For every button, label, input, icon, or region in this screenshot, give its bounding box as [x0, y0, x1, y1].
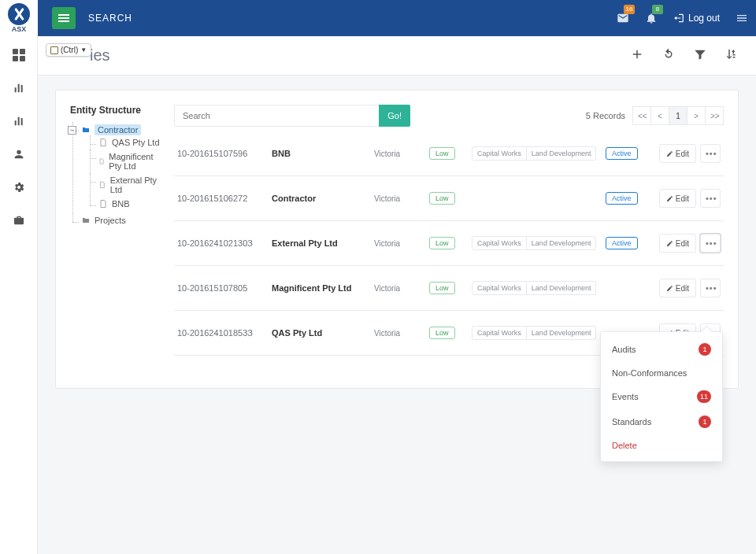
filter-button[interactable]	[693, 47, 707, 64]
refresh-button[interactable]	[662, 47, 676, 64]
table-row: 10-201615107596BNBVictoriaLowCapital Wor…	[174, 131, 724, 176]
file-icon	[98, 180, 106, 190]
brand-logo[interactable]: ASX	[0, 0, 38, 36]
tree-node[interactable]: QAS Pty Ltd	[98, 138, 160, 147]
tree-node-projects[interactable]: Projects	[81, 216, 160, 225]
tag[interactable]: Land Development	[527, 281, 597, 295]
more-button[interactable]: •••	[700, 234, 721, 253]
clipboard-icon	[50, 46, 58, 54]
risk-pill: Low	[429, 192, 455, 205]
entity-region: Victoria	[374, 329, 421, 338]
entity-region: Victoria	[374, 194, 421, 203]
status-badge: Active	[606, 147, 638, 160]
status-badge: Active	[606, 237, 638, 249]
entity-tags: Capital WorksLand Development	[472, 326, 598, 340]
entity-region: Victoria	[374, 284, 421, 293]
entity-id: 10-201624101853З	[177, 328, 264, 338]
menu-item[interactable]: Non-Conformances	[601, 362, 722, 384]
table-row: 10-201615107805Magnificent Pty LtdVictor…	[174, 266, 724, 311]
search-input[interactable]	[174, 105, 379, 127]
pencil-icon	[666, 195, 673, 202]
entity-tags: Capital WorksLand Development	[472, 146, 598, 161]
page-last[interactable]: >>	[705, 106, 724, 125]
entity-id: 10-201624102130З	[177, 238, 264, 248]
notifications-count-badge: 8	[652, 5, 663, 14]
more-button[interactable]: •••	[700, 144, 721, 163]
tag[interactable]: Capital Works	[472, 236, 527, 250]
tag[interactable]: Capital Works	[472, 326, 527, 340]
entity-name[interactable]: External Pty Ltd	[272, 238, 366, 248]
entity-id: 10-201615106272	[177, 194, 264, 203]
entity-tree: Entity Structure − Contractor QAS Pty Lt…	[70, 105, 160, 374]
tree-node-contractor[interactable]: Contractor	[81, 124, 160, 135]
content-area: Entity Structure − Contractor QAS Pty Lt…	[38, 76, 756, 554]
entity-name[interactable]: QAS Pty Ltd	[272, 328, 366, 338]
entity-name[interactable]: Magnificent Pty Ltd	[272, 283, 366, 293]
menu-item[interactable]: Audits1	[601, 337, 722, 362]
menu-item[interactable]: Events11	[601, 384, 722, 409]
entity-tags: Capital WorksLand Development	[472, 236, 598, 250]
page-next[interactable]: >	[687, 106, 706, 125]
top-bar: ASX SEARCH 16 8 Log out	[0, 0, 756, 36]
tree-node[interactable]: External Pty Ltd	[98, 175, 160, 194]
messages-count-badge: 16	[624, 5, 635, 14]
page-first[interactable]: <<	[632, 106, 651, 125]
tag[interactable]: Capital Works	[472, 281, 527, 295]
add-button[interactable]	[630, 47, 644, 64]
rail-dashboard[interactable]	[11, 47, 27, 63]
edit-button[interactable]: Edit	[659, 189, 696, 208]
edit-button[interactable]: Edit	[659, 234, 696, 253]
tree-title: Entity Structure	[70, 105, 160, 116]
menu-toggle-button[interactable]	[52, 7, 76, 29]
edit-button[interactable]: Edit	[659, 279, 696, 297]
more-button[interactable]: •••	[700, 279, 721, 297]
more-button[interactable]: •••	[700, 189, 721, 208]
folder-open-icon	[81, 125, 91, 135]
menu-item[interactable]: Delete	[601, 434, 722, 456]
entity-region: Victoria	[374, 150, 421, 158]
logout-button[interactable]: Log out	[673, 13, 720, 24]
table-row: 10-201624102130ЗExternal Pty LtdVictoria…	[174, 221, 724, 266]
tree-node[interactable]: BNB	[98, 199, 160, 209]
pagination: << < 1 > >>	[633, 106, 724, 125]
chevron-down-icon: ▼	[80, 46, 87, 54]
row-more-menu: Audits1Non-ConformancesEvents11Standards…	[600, 331, 723, 462]
status-badge: Active	[606, 192, 638, 205]
rail-users[interactable]	[11, 146, 27, 162]
page-actions	[630, 47, 739, 64]
folder-icon	[81, 216, 91, 225]
page-current[interactable]: 1	[669, 106, 687, 125]
search-go-button[interactable]: Go!	[379, 105, 410, 127]
tag[interactable]: Capital Works	[472, 146, 527, 161]
rail-reports-2[interactable]	[11, 113, 27, 129]
messages-button[interactable]: 16	[609, 0, 637, 36]
rail-briefcase[interactable]	[11, 212, 27, 228]
pencil-icon	[666, 285, 673, 292]
edit-button[interactable]: Edit	[659, 144, 696, 163]
record-count: 5 Records	[586, 111, 625, 120]
tag[interactable]: Land Development	[527, 326, 597, 340]
entity-name[interactable]: Contractor	[272, 194, 366, 203]
settings-drawer-button[interactable]	[728, 0, 756, 36]
menu-item[interactable]: Standards1	[601, 409, 722, 434]
risk-pill: Low	[429, 147, 455, 160]
left-rail	[0, 36, 38, 554]
entity-name[interactable]: BNB	[272, 149, 366, 158]
risk-pill: Low	[429, 327, 455, 339]
rail-reports-1[interactable]	[11, 80, 27, 96]
page-prev[interactable]: <	[650, 106, 669, 125]
sort-button[interactable]	[724, 47, 739, 64]
rail-settings[interactable]	[11, 179, 27, 195]
tree-node[interactable]: Magnificent Pty Ltd	[98, 152, 160, 171]
page-header: ies	[38, 36, 756, 76]
tag[interactable]: Land Development	[527, 146, 597, 161]
notifications-button[interactable]: 8	[637, 0, 665, 36]
count-badge: 1	[699, 343, 711, 356]
entity-id: 10-201615107805	[177, 283, 264, 293]
entity-region: Victoria	[374, 239, 421, 248]
tag[interactable]: Land Development	[527, 236, 597, 250]
tree-toggle[interactable]: −	[68, 126, 76, 135]
clipboard-ctrl-pill[interactable]: (Ctrl) ▼	[46, 43, 91, 57]
entity-id: 10-201615107596	[177, 149, 264, 158]
search-label[interactable]: SEARCH	[88, 13, 132, 24]
